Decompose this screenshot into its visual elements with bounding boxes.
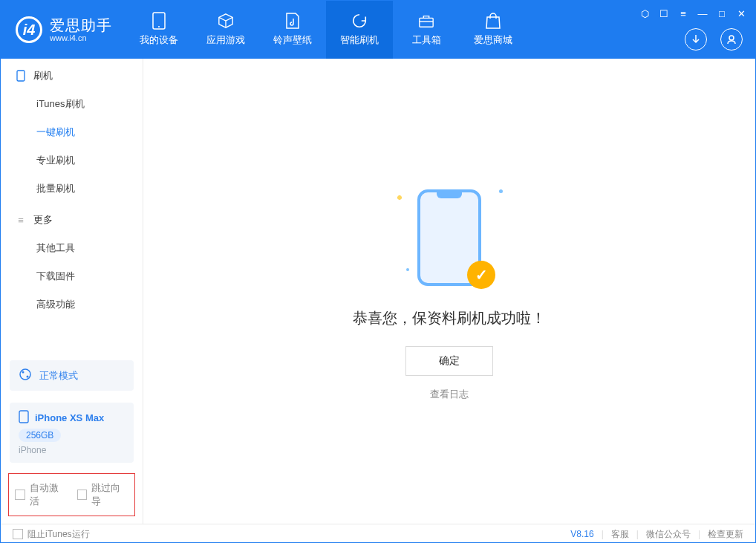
ok-button[interactable]: 确定	[405, 346, 493, 376]
svg-rect-2	[420, 18, 433, 27]
sidebar: 刷机 iTunes刷机 一键刷机 专业刷机 批量刷机 ≡ 更多 其他工具 下载固…	[1, 59, 143, 524]
option-auto-activate[interactable]: 自动激活	[15, 481, 67, 508]
sidebar-item-oneclick-flash[interactable]: 一键刷机	[1, 118, 143, 146]
phone-small-icon	[16, 71, 26, 81]
device-phone-icon	[19, 410, 29, 426]
sidebar-item-batch-flash[interactable]: 批量刷机	[1, 175, 143, 203]
checkmark-badge-icon: ✓	[467, 261, 495, 289]
svg-point-1	[158, 26, 160, 27]
svg-point-7	[27, 376, 29, 378]
nav-label: 爱思商城	[474, 33, 512, 47]
footer-bar: 阻止iTunes运行 V8.16 | 客服 | 微信公众号 | 检查更新	[1, 524, 755, 543]
svg-point-6	[22, 371, 25, 374]
app-subtitle: www.i4.cn	[50, 33, 112, 42]
option-label: 自动激活	[30, 481, 67, 508]
sidebar-group-title: 刷机	[33, 69, 53, 82]
sidebar-item-advanced[interactable]: 高级功能	[1, 290, 143, 319]
app-title: 爱思助手	[50, 17, 112, 33]
sidebar-group-more: ≡ 更多	[1, 203, 143, 234]
maximize-button[interactable]: □	[715, 7, 729, 20]
footer-wechat-link[interactable]: 微信公众号	[646, 528, 691, 541]
mode-card[interactable]: 正常模式	[10, 360, 134, 391]
checkbox-icon	[77, 490, 88, 500]
close-button[interactable]: ✕	[734, 7, 748, 20]
nav-ringtones-wallpapers[interactable]: 铃声壁纸	[259, 1, 326, 59]
header-bar: i4 爱思助手 www.i4.cn 我的设备 应用游戏 铃声壁纸 智能刷机 工具…	[1, 1, 755, 59]
sidebar-item-download-firmware[interactable]: 下载固件	[1, 262, 143, 290]
feedback-icon[interactable]: ☐	[657, 7, 671, 20]
nav-smart-flash[interactable]: 智能刷机	[326, 1, 393, 59]
user-profile-icon[interactable]	[720, 28, 743, 51]
sidebar-group-title: 更多	[33, 213, 53, 227]
refresh-shield-icon	[351, 13, 368, 29]
success-message: 恭喜您，保资料刷机成功啦！	[353, 308, 546, 328]
option-skip-guide[interactable]: 跳过向导	[77, 481, 129, 508]
shirt-icon[interactable]: ⬡	[638, 7, 651, 20]
shopping-bag-icon	[485, 13, 501, 29]
svg-point-3	[729, 36, 734, 40]
checkbox-icon	[13, 529, 23, 539]
device-name: iPhone XS Max	[35, 412, 104, 423]
cube-icon	[218, 13, 234, 29]
phone-icon	[151, 13, 167, 29]
device-card[interactable]: iPhone XS Max 256GB iPhone	[10, 403, 134, 463]
top-nav: 我的设备 应用游戏 铃声壁纸 智能刷机 工具箱 爱思商城	[126, 1, 527, 59]
svg-rect-8	[19, 411, 28, 423]
music-file-icon	[284, 13, 301, 29]
checkbox-icon	[15, 490, 25, 500]
mode-label: 正常模式	[39, 369, 78, 383]
nav-store[interactable]: 爱思商城	[460, 1, 527, 59]
menu-icon[interactable]: ≡	[677, 7, 690, 20]
footer-check-update-link[interactable]: 检查更新	[708, 528, 743, 541]
option-label: 跳过向导	[91, 481, 128, 508]
sidebar-item-other-tools[interactable]: 其他工具	[1, 234, 143, 262]
svg-rect-4	[17, 71, 25, 81]
device-capacity-badge: 256GB	[19, 429, 61, 442]
footer-block-itunes-label: 阻止iTunes运行	[27, 528, 90, 541]
footer-service-link[interactable]: 客服	[611, 528, 629, 541]
nav-my-device[interactable]: 我的设备	[126, 1, 192, 59]
view-log-link[interactable]: 查看日志	[430, 388, 469, 401]
footer-block-itunes[interactable]: 阻止iTunes运行	[13, 528, 90, 541]
nav-label: 应用游戏	[206, 33, 245, 47]
app-logo-icon: i4	[16, 16, 42, 43]
nav-label: 铃声壁纸	[273, 33, 312, 47]
logo-area: i4 爱思助手 www.i4.cn	[1, 1, 126, 59]
device-type: iPhone	[19, 445, 46, 455]
toolbox-icon	[418, 13, 434, 29]
nav-label: 智能刷机	[340, 33, 379, 47]
nav-toolbox[interactable]: 工具箱	[393, 1, 460, 59]
minimize-button[interactable]: —	[696, 7, 709, 20]
svg-point-5	[20, 369, 30, 380]
main-content: ✓ 恭喜您，保资料刷机成功啦！ 确定 查看日志	[143, 59, 755, 524]
success-illustration: ✓	[390, 182, 509, 293]
nav-label: 工具箱	[412, 33, 441, 47]
download-icon[interactable]	[685, 28, 707, 51]
list-icon: ≡	[16, 215, 26, 225]
header-user-icons	[685, 28, 743, 51]
flash-options-box: 自动激活 跳过向导	[8, 473, 135, 516]
sidebar-item-itunes-flash[interactable]: iTunes刷机	[1, 90, 143, 118]
nav-apps-games[interactable]: 应用游戏	[192, 1, 259, 59]
mode-icon	[19, 368, 32, 383]
sidebar-group-flash: 刷机	[1, 59, 143, 90]
nav-label: 我的设备	[140, 33, 178, 47]
sidebar-item-pro-flash[interactable]: 专业刷机	[1, 146, 143, 175]
footer-version: V8.16	[570, 529, 593, 539]
